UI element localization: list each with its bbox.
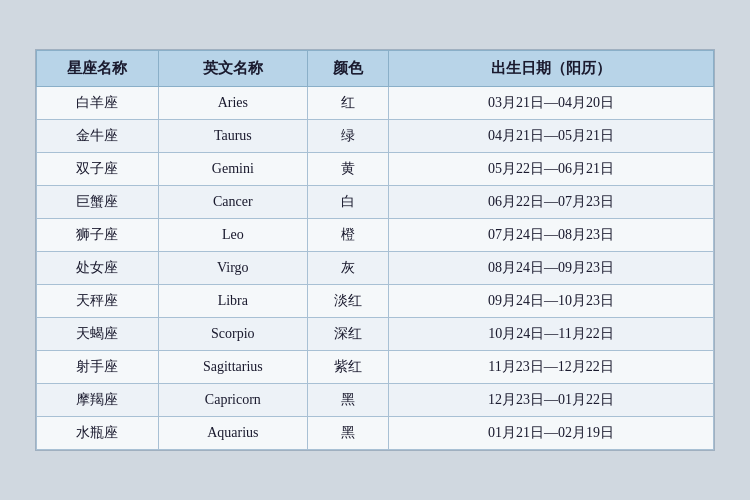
cell-chinese: 水瓶座 [37,417,159,450]
cell-english: Leo [158,219,307,252]
table-row: 处女座Virgo灰08月24日—09月23日 [37,252,714,285]
table-row: 天秤座Libra淡红09月24日—10月23日 [37,285,714,318]
cell-english: Scorpio [158,318,307,351]
cell-chinese: 巨蟹座 [37,186,159,219]
cell-chinese: 金牛座 [37,120,159,153]
cell-english: Cancer [158,186,307,219]
table-row: 白羊座Aries红03月21日—04月20日 [37,87,714,120]
table-row: 狮子座Leo橙07月24日—08月23日 [37,219,714,252]
cell-date: 06月22日—07月23日 [389,186,714,219]
cell-english: Virgo [158,252,307,285]
cell-english: Capricorn [158,384,307,417]
cell-chinese: 天蝎座 [37,318,159,351]
cell-chinese: 摩羯座 [37,384,159,417]
cell-date: 10月24日—11月22日 [389,318,714,351]
cell-date: 03月21日—04月20日 [389,87,714,120]
zodiac-table: 星座名称 英文名称 颜色 出生日期（阳历） 白羊座Aries红03月21日—04… [36,50,714,450]
cell-english: Libra [158,285,307,318]
cell-color: 淡红 [307,285,388,318]
table-row: 水瓶座Aquarius黑01月21日—02月19日 [37,417,714,450]
cell-color: 深红 [307,318,388,351]
cell-english: Gemini [158,153,307,186]
cell-date: 12月23日—01月22日 [389,384,714,417]
cell-english: Taurus [158,120,307,153]
cell-english: Sagittarius [158,351,307,384]
cell-chinese: 射手座 [37,351,159,384]
zodiac-table-container: 星座名称 英文名称 颜色 出生日期（阳历） 白羊座Aries红03月21日—04… [35,49,715,451]
cell-color: 橙 [307,219,388,252]
cell-color: 黄 [307,153,388,186]
header-chinese: 星座名称 [37,51,159,87]
cell-color: 灰 [307,252,388,285]
cell-date: 08月24日—09月23日 [389,252,714,285]
cell-color: 白 [307,186,388,219]
header-date: 出生日期（阳历） [389,51,714,87]
table-row: 双子座Gemini黄05月22日—06月21日 [37,153,714,186]
cell-color: 黑 [307,417,388,450]
cell-color: 紫红 [307,351,388,384]
cell-date: 07月24日—08月23日 [389,219,714,252]
cell-english: Aquarius [158,417,307,450]
cell-color: 绿 [307,120,388,153]
table-row: 天蝎座Scorpio深红10月24日—11月22日 [37,318,714,351]
table-row: 金牛座Taurus绿04月21日—05月21日 [37,120,714,153]
cell-chinese: 双子座 [37,153,159,186]
cell-date: 09月24日—10月23日 [389,285,714,318]
cell-english: Aries [158,87,307,120]
cell-chinese: 狮子座 [37,219,159,252]
cell-color: 黑 [307,384,388,417]
cell-color: 红 [307,87,388,120]
table-row: 摩羯座Capricorn黑12月23日—01月22日 [37,384,714,417]
header-color: 颜色 [307,51,388,87]
cell-date: 11月23日—12月22日 [389,351,714,384]
cell-date: 01月21日—02月19日 [389,417,714,450]
header-english: 英文名称 [158,51,307,87]
table-header-row: 星座名称 英文名称 颜色 出生日期（阳历） [37,51,714,87]
cell-date: 05月22日—06月21日 [389,153,714,186]
table-row: 巨蟹座Cancer白06月22日—07月23日 [37,186,714,219]
cell-date: 04月21日—05月21日 [389,120,714,153]
cell-chinese: 处女座 [37,252,159,285]
table-row: 射手座Sagittarius紫红11月23日—12月22日 [37,351,714,384]
cell-chinese: 天秤座 [37,285,159,318]
cell-chinese: 白羊座 [37,87,159,120]
